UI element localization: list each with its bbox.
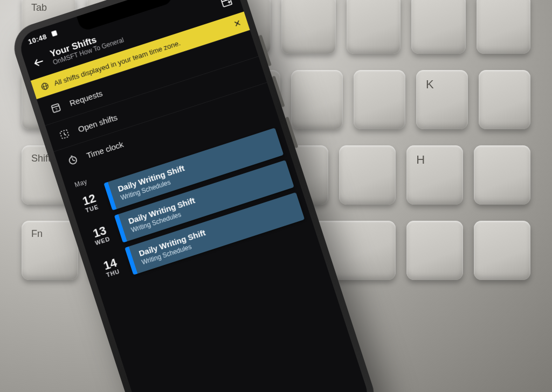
calendar-add-button[interactable] (219, 0, 234, 9)
notification-icon (50, 29, 59, 38)
keycap: Fn (22, 221, 78, 280)
svg-line-22 (73, 160, 75, 162)
open-shifts-icon (57, 127, 72, 142)
keycap (291, 70, 343, 129)
keycap (354, 70, 405, 129)
keycap (474, 221, 530, 280)
keycap (281, 0, 336, 54)
keycap (477, 0, 531, 54)
keycap (411, 0, 466, 54)
menu-item-label: Open shifts (77, 113, 118, 134)
svg-line-21 (72, 158, 73, 160)
keycap (479, 70, 530, 129)
requests-icon: ? (49, 100, 64, 115)
menu-item-label: Time clock (85, 139, 125, 160)
menu-item-label: Requests (68, 88, 104, 108)
keycap: H (406, 145, 463, 205)
globe-icon (39, 81, 50, 92)
keycap (474, 145, 530, 205)
svg-line-15 (42, 86, 48, 88)
svg-text:?: ? (54, 107, 58, 113)
keycap (339, 145, 396, 205)
svg-rect-0 (51, 30, 58, 37)
keycap: K (416, 70, 468, 129)
time-clock-icon (65, 152, 80, 167)
keycap (406, 221, 463, 280)
keycap (347, 0, 401, 54)
statusbar-time: 10:48 (27, 32, 48, 46)
svg-line-12 (229, 1, 230, 3)
banner-close-button[interactable]: ✕ (232, 18, 242, 30)
back-button[interactable] (31, 54, 46, 69)
